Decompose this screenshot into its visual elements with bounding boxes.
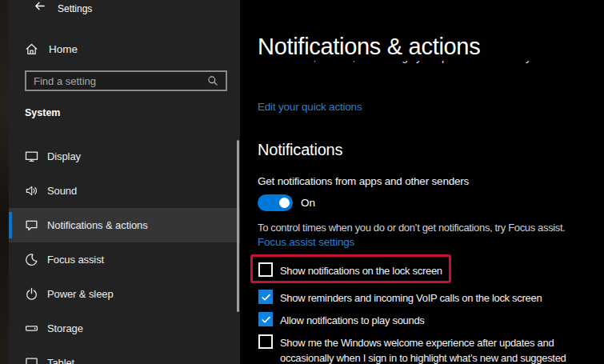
sidebar-item-focus-assist[interactable]: Focus assist [9, 242, 240, 277]
checkmark-icon [261, 292, 271, 302]
tablet-icon [25, 356, 38, 364]
sidebar-item-label: Storage [47, 322, 83, 334]
get-notifications-label: Get notifications from apps and other se… [258, 175, 469, 187]
checkbox-checked[interactable] [258, 312, 273, 326]
toggle-knob [279, 198, 290, 208]
sidebar-section-system: System [25, 107, 60, 118]
checkbox-unchecked[interactable] [258, 334, 273, 349]
sidebar-nav: Display Sound Notifications & actions Fo… [9, 139, 240, 364]
focus-assist-settings-link[interactable]: Focus assist settings [258, 236, 354, 248]
checkbox-label[interactable]: Show me the Windows welcome experience a… [280, 334, 594, 364]
search-box [25, 70, 227, 91]
home-icon [25, 42, 38, 56]
desktop-wallpaper-edge [0, 0, 9, 364]
sound-icon [25, 184, 38, 198]
edit-quick-actions-link[interactable]: Edit your quick actions [258, 101, 362, 113]
focus-assist-icon [25, 253, 38, 266]
notifications-toggle[interactable] [258, 194, 293, 211]
sidebar-item-tablet[interactable]: Tablet [9, 346, 240, 364]
notifications-section-heading: Notifications [258, 141, 342, 159]
sidebar: Settings Home System Display [9, 0, 240, 364]
checkbox-row-welcome-experience: Show me the Windows welcome experience a… [258, 334, 594, 364]
checkbox-unchecked[interactable] [258, 262, 273, 277]
sidebar-item-storage[interactable]: Storage [9, 311, 240, 346]
main-panel: Notifications & actions You can add, rem… [240, 0, 604, 364]
page-title: Notifications & actions [258, 34, 480, 60]
window-title: Settings [58, 3, 92, 14]
search-input[interactable] [26, 75, 207, 87]
back-button[interactable] [28, 0, 50, 18]
toggle-state-label: On [301, 197, 315, 209]
sidebar-scrollbar[interactable] [237, 140, 239, 312]
checkmark-icon [261, 314, 271, 325]
settings-window: Settings Home System Display [0, 0, 604, 364]
sidebar-item-label: Tablet [47, 357, 74, 364]
checkbox-label[interactable]: Allow notifications to play sounds [280, 312, 425, 328]
checkbox-row-reminders-voip: Show reminders and incoming VoIP calls o… [258, 290, 542, 306]
storage-icon [25, 322, 38, 335]
sidebar-item-display[interactable]: Display [9, 139, 240, 174]
checkbox-label[interactable]: Show reminders and incoming VoIP calls o… [280, 290, 542, 306]
checkbox-row-play-sounds: Allow notifications to play sounds [258, 312, 425, 328]
focus-assist-hint: To control times when you do or don’t ge… [258, 222, 566, 234]
checkbox-label[interactable]: Show notifications on the lock screen [280, 262, 442, 278]
back-arrow-icon [34, 1, 46, 14]
sidebar-item-label: Notifications & actions [47, 219, 148, 231]
checkbox-row-lock-screen-notifications: Show notifications on the lock screen [258, 262, 442, 278]
sidebar-item-notifications[interactable]: Notifications & actions [9, 208, 240, 242]
sidebar-item-label: Power & sleep [47, 288, 114, 300]
power-icon [25, 287, 38, 301]
quick-actions-intro: You can add, remove, or rearrange your q… [258, 61, 604, 82]
sidebar-item-label: Display [47, 150, 81, 162]
sidebar-item-label: Home [49, 43, 78, 55]
sidebar-item-home[interactable]: Home [16, 38, 232, 60]
quick-actions-intro-text: You can add, remove, or rearrange your q… [258, 61, 604, 66]
search-icon[interactable] [207, 75, 218, 86]
checkbox-checked[interactable] [258, 290, 273, 304]
sidebar-item-label: Sound [47, 185, 77, 197]
sidebar-item-power-sleep[interactable]: Power & sleep [9, 277, 240, 311]
sidebar-item-sound[interactable]: Sound [9, 174, 240, 208]
sidebar-item-label: Focus assist [47, 254, 104, 266]
display-icon [25, 150, 38, 163]
notifications-icon [25, 218, 38, 232]
